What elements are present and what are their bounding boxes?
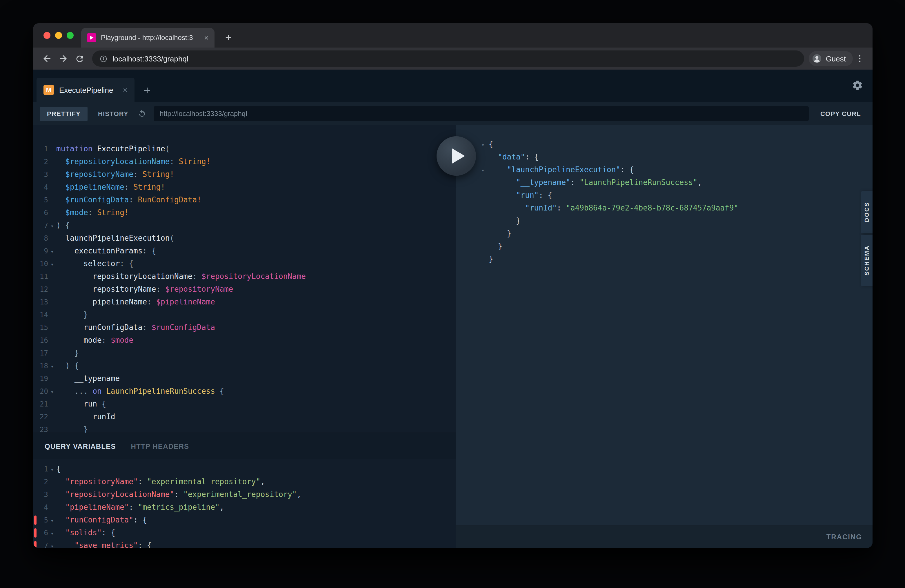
token-pn: :: [129, 195, 138, 204]
token-pn3: }: [489, 254, 493, 263]
token-str: "experimental_repository": [183, 490, 297, 499]
browser-tab[interactable]: Playground - http://localhost:3 ×: [81, 28, 214, 48]
settings-gear-icon[interactable]: [852, 79, 863, 93]
back-icon[interactable]: [39, 51, 55, 67]
line-number: 16: [33, 334, 48, 347]
token-op: ExecutePipeline: [97, 145, 165, 153]
token-pn: (: [165, 145, 170, 153]
line-number: 13: [33, 296, 48, 308]
copy-curl-button[interactable]: COPY CURL: [817, 110, 864, 117]
line-number: 7: [33, 219, 48, 232]
token-pn: :: [102, 336, 111, 345]
browser-menu-icon[interactable]: [853, 51, 867, 67]
new-tab-button[interactable]: +: [220, 30, 237, 46]
line-number: 5: [33, 194, 48, 207]
close-icon[interactable]: ×: [123, 85, 127, 95]
token-pn3: : {: [538, 191, 552, 199]
tracing-bar[interactable]: TRACING: [456, 525, 873, 548]
docs-tab[interactable]: DOCS: [861, 191, 873, 233]
fold-caret-icon[interactable]: ▾: [48, 245, 56, 258]
response-viewer[interactable]: ▾{ "data": {▾ "launchPipelineExecution":…: [456, 125, 873, 525]
token-pn: :: [133, 170, 142, 179]
code-text: __typename: [56, 374, 120, 383]
token-pn: [56, 323, 84, 332]
forward-icon[interactable]: [55, 51, 71, 67]
tab-query-variables[interactable]: QUERY VARIABLES: [44, 442, 116, 450]
history-undo-icon[interactable]: [138, 109, 147, 118]
token-key: "save_metrics": [75, 541, 138, 548]
endpoint-input[interactable]: http://localhost:3333/graphql: [154, 106, 809, 121]
code-line: 20▾ ... on LaunchPipelineRunSuccess {: [33, 385, 456, 398]
code-line: 1▾{: [33, 463, 456, 475]
error-marker: [34, 528, 37, 537]
token-pn3: [489, 203, 525, 212]
window-controls: [43, 32, 74, 39]
fold-caret-icon[interactable]: ▾: [48, 514, 56, 527]
playground-tab[interactable]: M ExecutePipeline ×: [37, 78, 135, 102]
token-rstr: "LaunchPipelineRunSuccess": [580, 178, 697, 187]
fold-caret-icon[interactable]: ▾: [477, 164, 489, 177]
fold-caret-icon[interactable]: ▾: [48, 360, 56, 373]
token-pn3: [56, 528, 65, 537]
minimize-window-button[interactable]: [55, 32, 62, 39]
token-pn3: [56, 515, 65, 524]
token-pn: [56, 259, 84, 268]
fold-caret-icon[interactable]: ▾: [48, 540, 56, 548]
line-number: 4: [33, 181, 48, 194]
profile-name: Guest: [826, 54, 846, 63]
token-pn3: [489, 165, 507, 174]
token-rkey: "run": [516, 191, 538, 199]
prettify-button[interactable]: PRETTIFY: [40, 106, 87, 121]
fold-caret-icon[interactable]: ▾: [477, 138, 489, 151]
token-pn: :: [124, 183, 133, 191]
url-text: localhost:3333/graphql: [113, 54, 189, 63]
fold-caret-icon[interactable]: ▾: [48, 386, 56, 398]
code-text: }: [56, 348, 79, 357]
address-bar[interactable]: localhost:3333/graphql: [92, 51, 804, 67]
fold-caret-icon[interactable]: ▾: [48, 258, 56, 271]
token-pn: :: [142, 323, 151, 332]
token-pn: [56, 272, 92, 281]
variables-editor[interactable]: 1▾{2 "repositoryName": "experimental_rep…: [33, 459, 456, 548]
code-text: $repositoryLocationName: String!: [56, 157, 210, 166]
token-pn: [56, 297, 92, 306]
token-pn: [56, 183, 65, 191]
fold-caret-icon[interactable]: ▾: [48, 527, 56, 540]
profile-chip[interactable]: Guest: [809, 51, 853, 66]
code-text: }: [489, 254, 493, 263]
tab-close-icon[interactable]: ×: [204, 33, 209, 42]
new-playground-tab-button[interactable]: +: [144, 84, 151, 97]
tab-http-headers[interactable]: HTTP HEADERS: [131, 442, 189, 450]
close-window-button[interactable]: [43, 32, 51, 39]
code-text: selector: {: [56, 259, 133, 268]
execute-button[interactable]: [437, 136, 476, 176]
token-pn3: : {: [525, 153, 538, 161]
code-text: "pipelineName": "metrics_pipeline",: [56, 503, 224, 512]
line-number: 21: [33, 398, 48, 410]
code-line: }: [456, 227, 873, 240]
playground-tab-bar: M ExecutePipeline × +: [33, 70, 873, 102]
line-number: 22: [33, 410, 48, 423]
token-pn3: :: [570, 178, 580, 187]
code-text: $runConfigData: RunConfigData!: [56, 195, 202, 204]
site-info-icon[interactable]: [99, 54, 108, 63]
fold-caret-icon[interactable]: ▾: [48, 220, 56, 232]
zoom-window-button[interactable]: [67, 32, 74, 39]
code-text: launchPipelineExecution(: [56, 234, 174, 242]
token-key: "runConfigData": [65, 515, 133, 524]
schema-tab[interactable]: SCHEMA: [861, 235, 873, 286]
code-text: {: [56, 464, 61, 473]
code-text: }: [489, 229, 511, 238]
code-line: }: [456, 253, 873, 265]
reload-icon[interactable]: [71, 51, 87, 67]
token-pn: {: [97, 399, 106, 408]
fold-caret-icon[interactable]: ▾: [48, 463, 56, 476]
query-editor[interactable]: 1mutation ExecutePipeline(2 $repositoryL…: [33, 125, 456, 432]
code-line: 10▾ selector: {: [33, 257, 456, 270]
history-button[interactable]: HISTORY: [95, 110, 132, 117]
code-line: 19 __typename: [33, 372, 456, 385]
code-text: $repositoryName: String!: [56, 170, 174, 179]
token-pn: }: [56, 348, 79, 357]
desktop-background: Playground - http://localhost:3 × + loca…: [0, 0, 905, 588]
code-line: 11 repositoryLocationName: $repositoryLo…: [33, 270, 456, 283]
